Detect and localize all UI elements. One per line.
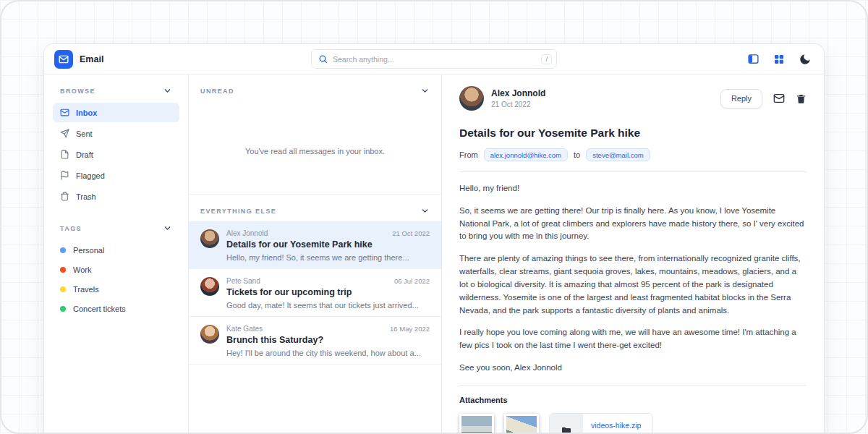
email-subject: Brunch this Saturday? — [226, 335, 430, 345]
delete-button[interactable] — [796, 93, 807, 104]
sidebar-item-draft[interactable]: Draft — [53, 145, 179, 164]
email-detail-panel: Alex Jonnold 21 Oct 2022 Reply Details f… — [442, 75, 824, 434]
everything-else-label: EVERYTHING ELSE — [200, 208, 276, 215]
sidebar-item-label: Sent — [76, 129, 93, 138]
email-date: 16 May 2022 — [390, 325, 430, 333]
app-content: BROWSE Inbox Sent Draft Flagged — [44, 75, 824, 434]
sidebar-item-label: Inbox — [76, 109, 97, 117]
browse-section-label: BROWSE — [60, 88, 95, 95]
topbar: Email / — [44, 44, 824, 75]
sidebar-item-flagged[interactable]: Flagged — [53, 166, 179, 185]
tag-color-dot — [60, 247, 66, 253]
email-sender: Kate Gates — [226, 325, 263, 333]
chevron-down-icon — [163, 86, 172, 95]
detail-header: Alex Jonnold 21 Oct 2022 Reply — [459, 86, 807, 111]
tag-color-dot — [60, 286, 66, 292]
unread-section: UNREAD You've read all messages in your … — [189, 75, 441, 195]
file-name-link[interactable]: videos-hike.zip — [591, 421, 641, 430]
detail-subject: Details for our Yosemite Park hike — [459, 127, 807, 140]
avatar — [200, 325, 219, 344]
email-app-window: Email / — [43, 43, 825, 434]
everything-else-collapse-button[interactable] — [420, 206, 430, 216]
divider — [459, 385, 807, 386]
search-box[interactable]: / — [311, 49, 557, 69]
sidebar-item-trash[interactable]: Trash — [53, 187, 179, 206]
from-label: From — [459, 150, 478, 159]
reply-button[interactable]: Reply — [720, 89, 762, 109]
unread-section-label: UNREAD — [200, 88, 234, 95]
draft-icon — [60, 150, 69, 159]
tag-color-dot — [60, 306, 66, 312]
send-icon — [60, 129, 69, 138]
attachment-image-el-capitan[interactable] — [504, 414, 539, 434]
chevron-down-icon — [163, 224, 172, 233]
unread-collapse-button[interactable] — [420, 86, 430, 95]
brand: Email — [54, 50, 103, 69]
attachment-image-yosemite-valley[interactable] — [459, 414, 494, 434]
flag-icon — [60, 171, 69, 180]
layout-panel-button[interactable] — [744, 51, 762, 68]
attachments-label: Attachments — [459, 396, 807, 404]
tag-label: Concert tickets — [73, 305, 126, 313]
email-subject: Tickets for our upcoming trip — [226, 287, 430, 297]
email-sender: Alex Jonnold — [226, 229, 268, 237]
app-logo — [54, 50, 73, 69]
inbox-icon — [60, 108, 69, 117]
tag-label: Personal — [73, 246, 104, 255]
tag-item-personal[interactable]: Personal — [53, 240, 179, 260]
tags-section-label: TAGS — [60, 225, 82, 232]
moon-icon — [799, 53, 812, 66]
detail-sender-name: Alex Jonnold — [491, 88, 545, 98]
apps-grid-button[interactable] — [770, 51, 788, 68]
sidebar-item-inbox[interactable]: Inbox — [53, 103, 179, 122]
folder-icon — [561, 425, 572, 434]
email-list-item[interactable]: Kate Gates 16 May 2022 Brunch this Satur… — [189, 317, 441, 365]
email-item-body: Pete Sand 06 Jul 2022 Tickets for our up… — [226, 277, 430, 310]
sidebar-item-sent[interactable]: Sent — [53, 124, 179, 143]
browse-section-header: BROWSE — [53, 86, 179, 95]
avatar — [200, 229, 219, 248]
grid-icon — [773, 54, 785, 65]
file-icon-box — [550, 414, 583, 434]
attachments-row: videos-hike.zip 100 MB — [459, 413, 807, 434]
envelope-logo-icon — [59, 54, 69, 64]
email-item-body: Kate Gates 16 May 2022 Brunch this Satur… — [226, 325, 430, 357]
email-subject: Details for our Yosemite Park hike — [226, 239, 430, 250]
tags-collapse-button[interactable] — [163, 224, 172, 233]
tag-label: Travels — [73, 285, 99, 294]
body-paragraph: There are plenty of amazing things to se… — [459, 252, 807, 317]
detail-date: 21 Oct 2022 — [491, 101, 545, 109]
chevron-down-icon — [420, 86, 430, 95]
search-input[interactable] — [333, 55, 536, 64]
attachment-file-card[interactable]: videos-hike.zip 100 MB — [549, 413, 653, 434]
email-item-body: Alex Jonnold 21 Oct 2022 Details for our… — [226, 229, 430, 262]
sidebar-item-label: Flagged — [76, 171, 105, 180]
tag-label: Work — [73, 265, 91, 274]
email-snippet: Hello, my friend! So, it seems we are ge… — [226, 253, 430, 262]
browse-collapse-button[interactable] — [163, 86, 172, 95]
tag-item-concert-tickets[interactable]: Concert tickets — [53, 299, 179, 318]
mark-unread-button[interactable] — [773, 93, 785, 104]
email-snippet: Good day, mate! It seems that our ticket… — [226, 301, 430, 310]
tags-section-header: TAGS — [53, 224, 179, 233]
body-paragraph: See you soon, Alex Jonnold — [459, 362, 807, 375]
body-paragraph: Hello, my friend! — [459, 182, 807, 195]
everything-else-section: EVERYTHING ELSE Alex Jonnold 21 Oct 2022… — [189, 195, 441, 365]
from-to-row: From alex.jonnold@hike.com to steve@mail… — [459, 148, 807, 161]
sidebar: BROWSE Inbox Sent Draft Flagged — [44, 75, 189, 434]
email-body: Hello, my friend! So, it seems we are ge… — [459, 182, 807, 375]
email-list-item[interactable]: Pete Sand 06 Jul 2022 Tickets for our up… — [189, 269, 441, 317]
file-meta: videos-hike.zip 100 MB — [583, 421, 652, 434]
tag-item-work[interactable]: Work — [53, 260, 179, 279]
divider — [459, 171, 807, 172]
mail-list-column: UNREAD You've read all messages in your … — [189, 75, 442, 434]
from-email-chip[interactable]: alex.jonnold@hike.com — [484, 148, 568, 161]
avatar — [459, 86, 484, 111]
tag-item-travels[interactable]: Travels — [53, 279, 179, 299]
dark-mode-button[interactable] — [796, 51, 814, 68]
email-list-item[interactable]: Alex Jonnold 21 Oct 2022 Details for our… — [189, 221, 441, 269]
app-title: Email — [80, 54, 103, 64]
tag-color-dot — [60, 267, 66, 273]
to-email-chip[interactable]: steve@mail.com — [586, 148, 650, 161]
everything-else-header: EVERYTHING ELSE — [189, 195, 441, 221]
